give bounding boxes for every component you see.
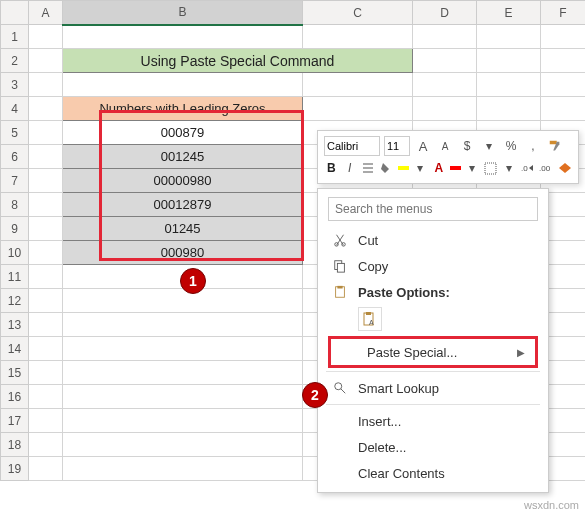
row-header[interactable]: 7 xyxy=(1,169,29,193)
chevron-down-icon[interactable]: ▾ xyxy=(480,137,498,155)
row-header[interactable]: 17 xyxy=(1,409,29,433)
menu-insert[interactable]: Insert... xyxy=(322,408,544,434)
chevron-down-icon[interactable]: ▾ xyxy=(502,159,516,177)
fill-color-swatch xyxy=(398,166,409,170)
data-cell[interactable]: 01245 xyxy=(63,217,303,241)
svg-rect-6 xyxy=(337,263,344,272)
svg-point-4 xyxy=(342,243,346,247)
cut-icon xyxy=(332,232,348,248)
select-all-corner[interactable] xyxy=(1,1,29,25)
watermark: wsxdn.com xyxy=(524,499,579,511)
svg-rect-0 xyxy=(485,163,496,174)
chevron-down-icon[interactable]: ▾ xyxy=(465,159,479,177)
table-header-cell[interactable]: Numbers with Leading Zeros xyxy=(63,97,303,121)
fill-color-icon[interactable] xyxy=(379,159,393,177)
row-header[interactable]: 3 xyxy=(1,73,29,97)
font-color-swatch xyxy=(450,166,461,170)
svg-text:A: A xyxy=(369,319,374,326)
svg-text:.00: .00 xyxy=(539,164,551,173)
col-header-C[interactable]: C xyxy=(303,1,413,25)
percent-icon[interactable]: % xyxy=(502,137,520,155)
row-header[interactable]: 6 xyxy=(1,145,29,169)
context-menu: Cut Copy Paste Options: A Paste Special.… xyxy=(317,188,549,493)
menu-separator xyxy=(326,371,540,372)
row-header[interactable]: 4 xyxy=(1,97,29,121)
row-header[interactable]: 19 xyxy=(1,457,29,481)
blank-icon xyxy=(332,465,348,481)
blank-icon xyxy=(332,413,348,429)
row-header[interactable]: 15 xyxy=(1,361,29,385)
chevron-down-icon[interactable]: ▾ xyxy=(413,159,427,177)
row-header[interactable]: 14 xyxy=(1,337,29,361)
row-header[interactable]: 18 xyxy=(1,433,29,457)
font-name-select[interactable] xyxy=(324,136,380,156)
font-color-icon[interactable]: A xyxy=(432,159,446,177)
menu-copy[interactable]: Copy xyxy=(322,253,544,279)
decimal-increase-icon[interactable]: .00 xyxy=(539,159,553,177)
clipboard-icon xyxy=(332,284,348,300)
col-header-D[interactable]: D xyxy=(413,1,477,25)
callout-2: 2 xyxy=(302,382,328,408)
borders-icon[interactable] xyxy=(484,159,498,177)
menu-separator xyxy=(326,404,540,405)
svg-point-12 xyxy=(335,383,342,390)
copy-icon xyxy=(332,258,348,274)
title-cell[interactable]: Using Paste Special Command xyxy=(63,49,413,73)
comma-icon[interactable]: , xyxy=(524,137,542,155)
row-header[interactable]: 5 xyxy=(1,121,29,145)
data-cell[interactable]: 001245 xyxy=(63,145,303,169)
mini-toolbar: A A $ ▾ % , B I ▾ A ▾ ▾ .0 .00 xyxy=(317,130,579,184)
menu-smart-lookup[interactable]: Smart Lookup xyxy=(322,375,544,401)
format-painter-icon[interactable] xyxy=(546,137,564,155)
menu-label: Clear Contents xyxy=(358,466,534,481)
currency-icon[interactable]: $ xyxy=(458,137,476,155)
menu-search-box[interactable] xyxy=(328,197,538,221)
decimal-decrease-icon[interactable]: .0 xyxy=(521,159,535,177)
callout-1: 1 xyxy=(180,268,206,294)
data-cell[interactable]: 00012879 xyxy=(63,193,303,217)
menu-label: Paste Options: xyxy=(358,285,534,300)
svg-point-3 xyxy=(335,243,339,247)
menu-label: Copy xyxy=(358,259,534,274)
menu-delete[interactable]: Delete... xyxy=(322,434,544,460)
menu-label: Smart Lookup xyxy=(358,381,534,396)
row-header[interactable]: 16 xyxy=(1,385,29,409)
menu-label: Insert... xyxy=(358,414,534,429)
italic-button[interactable]: I xyxy=(342,159,356,177)
col-header-B[interactable]: B xyxy=(63,1,303,25)
blank-icon xyxy=(341,344,357,360)
svg-text:.0: .0 xyxy=(521,164,528,173)
row-header[interactable]: 8 xyxy=(1,193,29,217)
svg-rect-8 xyxy=(337,286,342,289)
row-header[interactable]: 12 xyxy=(1,289,29,313)
blank-icon xyxy=(332,439,348,455)
increase-font-icon[interactable]: A xyxy=(414,137,432,155)
data-cell[interactable]: 000879 xyxy=(63,121,303,145)
menu-clear-contents[interactable]: Clear Contents xyxy=(322,460,544,486)
col-header-F[interactable]: F xyxy=(541,1,586,25)
format-cells-icon[interactable] xyxy=(557,159,571,177)
search-icon xyxy=(332,380,348,396)
row-header[interactable]: 1 xyxy=(1,25,29,49)
col-header-E[interactable]: E xyxy=(477,1,541,25)
decrease-font-icon[interactable]: A xyxy=(436,137,454,155)
menu-search-input[interactable] xyxy=(328,197,538,221)
menu-paste-special[interactable]: Paste Special... ▶ xyxy=(328,336,538,368)
menu-label: Cut xyxy=(358,233,534,248)
data-cell[interactable]: 000980 xyxy=(63,241,303,265)
data-cell[interactable]: 00000980 xyxy=(63,169,303,193)
font-size-select[interactable] xyxy=(384,136,410,156)
menu-cut[interactable]: Cut xyxy=(322,227,544,253)
paste-default-icon[interactable]: A xyxy=(358,307,382,331)
menu-label: Delete... xyxy=(358,440,534,455)
row-header[interactable]: 2 xyxy=(1,49,29,73)
menu-label: Paste Special... xyxy=(367,345,507,360)
svg-rect-10 xyxy=(366,312,371,315)
bold-button[interactable]: B xyxy=(324,159,338,177)
row-header[interactable]: 10 xyxy=(1,241,29,265)
row-header[interactable]: 9 xyxy=(1,217,29,241)
row-header[interactable]: 11 xyxy=(1,265,29,289)
align-icon[interactable] xyxy=(361,159,375,177)
row-header[interactable]: 13 xyxy=(1,313,29,337)
col-header-A[interactable]: A xyxy=(29,1,63,25)
